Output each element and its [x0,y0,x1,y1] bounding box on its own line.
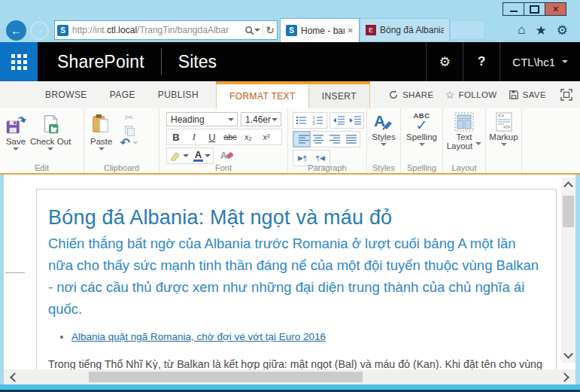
share-button[interactable]: SHARE [384,90,439,100]
group-label-styles: Styles [367,163,400,172]
article-editor-canvas[interactable]: Bóng đá Albania: Mật ngọt và máu đỏ Chiế… [36,189,557,384]
vertical-scroll-thumb[interactable] [563,196,574,227]
underline-button[interactable]: U [203,129,221,144]
app-launcher-button[interactable] [0,42,38,81]
list-item: Albania quật ngã Romania, chờ đợi vé vớt… [71,331,545,342]
bullet-list-button[interactable] [293,113,310,128]
new-tab-button[interactable] [450,20,484,40]
align-center-button[interactable] [310,132,326,147]
tab-insert[interactable]: INSERT [309,84,370,108]
save-top-button[interactable]: SAVE [504,90,551,100]
bold-button[interactable]: B [167,129,185,144]
paste-button[interactable]: Paste [90,110,112,153]
ribbon-tab-row: BROWSE PAGE PUBLISH FORMAT TEXT INSERT S… [0,81,580,108]
article-subtitle[interactable]: Chiến thắng bất ngờ của Albania trước Ro… [48,232,544,320]
home-icon[interactable]: ⌂ [518,23,525,38]
bullet-list-icon [296,116,307,125]
browser-tab-article[interactable]: E Bóng đá Albania: ... [360,18,450,42]
address-dropdown-icon[interactable] [254,29,260,35]
justify-button[interactable] [343,132,360,147]
markup-button[interactable]: <> </> Markup [486,108,521,149]
ribbon-group-paragraph: 123 [288,108,367,173]
horizontal-scroll-thumb[interactable] [89,372,363,382]
spelling-button[interactable]: ABC ✓ Spelling [401,108,442,149]
help-button[interactable]: ? [463,42,500,81]
back-button[interactable]: ← [6,20,26,41]
site-settings-button[interactable]: ⚙ [427,42,463,81]
highlight-color-button[interactable] [167,148,191,163]
ribbon-group-edit: Save Check Out Edit [0,108,84,173]
group-label-paragraph: Paragraph [288,163,366,172]
focus-mode-button[interactable] [560,89,572,101]
scroll-down-icon[interactable] [563,349,573,359]
minimize-button[interactable] [503,2,524,16]
follow-star-icon: ☆ [445,89,455,101]
font-style-dropdown[interactable]: Heading [166,112,238,126]
browser-tab-home[interactable]: S Home - bangd... ✕ [280,18,360,42]
tab-publish[interactable]: PUBLISH [147,81,210,108]
suitebar-divider [161,48,162,75]
title-bar: ✕ [0,0,580,18]
ribbon-toolbar: Save Check Out Edit [0,108,580,175]
font-size-dropdown[interactable]: 1.46er [241,112,281,126]
scroll-left-icon[interactable] [10,372,20,382]
vertical-scrollbar[interactable] [561,178,575,363]
copy-icon[interactable] [125,126,133,135]
tab-browse[interactable]: BROWSE [34,81,99,108]
ribbon-group-styles: A Styles Styles [367,108,401,173]
refresh-icon[interactable]: ↻ [266,24,275,36]
favorites-star-icon[interactable]: ★ [536,23,547,38]
maximize-button[interactable] [524,2,545,16]
user-menu[interactable]: CTL\hc1 [500,42,580,81]
horizontal-scrollbar[interactable] [4,369,575,384]
clear-format-button[interactable]: A [218,148,236,163]
undo-button[interactable]: ↶ [120,138,138,148]
font-color-button[interactable]: A [191,148,213,163]
save-label: SAVE [523,90,546,99]
url-text[interactable]: http://int.ctl.local/TrangTin/bangdaAlba… [72,25,244,35]
follow-button[interactable]: ☆ FOLLOW [441,89,502,101]
decrease-indent-button[interactable] [330,113,347,128]
search-icon[interactable] [244,26,254,35]
scroll-up-icon[interactable] [563,181,573,191]
forward-icon: → [35,25,44,35]
close-button[interactable]: ✕ [545,2,566,16]
chevron-down-icon [562,60,568,66]
forward-button[interactable]: → [30,21,49,40]
tab-page[interactable]: PAGE [99,81,147,108]
tab-close-icon[interactable]: ✕ [348,26,354,35]
suitebar-section-sites[interactable]: Sites [178,52,217,72]
numbered-list-button[interactable]: 123 [310,113,326,128]
tab-format-text[interactable]: FORMAT TEXT [216,84,309,108]
chevron-down-icon [132,141,138,147]
rtl-icon: ¶◀ [316,154,325,162]
text-layout-button[interactable]: Text Layout [443,108,485,150]
save-button[interactable]: Save [5,110,27,153]
align-left-button[interactable] [293,132,310,147]
related-links-list: Albania quật ngã Romania, chờ đợi vé vớt… [71,331,545,342]
text-layout-label: Text Layout [447,132,473,150]
align-left-icon [299,135,309,144]
window-frame-bottom [0,384,580,392]
group-label-edit: Edit [0,163,84,172]
justify-icon [346,135,357,144]
subscript-button[interactable]: x₂ [239,129,257,144]
italic-button[interactable]: I [185,129,203,144]
address-bar[interactable]: S http://int.ctl.local/TrangTin/bangdaAl… [54,20,278,40]
check-out-button[interactable]: Check Out [30,110,71,153]
undo-arrow-icon: ↶ [120,138,129,148]
settings-gear-icon[interactable]: ⚙ [557,23,568,38]
tab-title: Bóng đá Albania: ... [380,25,444,35]
article-title[interactable]: Bóng đá Albania: Mật ngọt và máu đỏ [48,206,545,229]
increase-indent-button[interactable] [347,113,363,128]
scroll-right-icon[interactable] [560,372,569,382]
strikethrough-button[interactable]: abc [221,129,239,144]
styles-button[interactable]: A Styles [367,108,400,149]
related-article-link[interactable]: Albania quật ngã Romania, chờ đợi vé vớt… [71,331,326,342]
save-floppy-icon [5,114,27,136]
sharepoint-favicon: S [57,25,68,36]
cut-scissors-icon[interactable]: ✂ [125,113,134,123]
close-icon: ✕ [552,5,559,14]
superscript-button[interactable]: x² [257,129,275,144]
align-right-button[interactable] [326,132,343,147]
